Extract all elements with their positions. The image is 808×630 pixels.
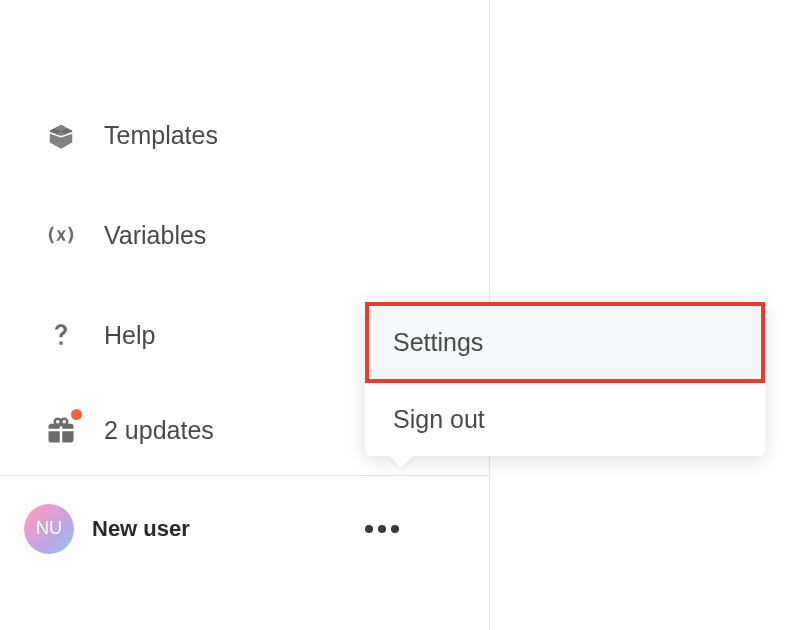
- popup-tail: [389, 456, 413, 468]
- menu-item-signout[interactable]: Sign out: [365, 383, 765, 456]
- notification-badge: [71, 409, 82, 420]
- gift-icon: [43, 412, 79, 448]
- variable-icon: [43, 217, 79, 253]
- sidebar-item-label: Templates: [104, 121, 218, 150]
- menu-item-settings[interactable]: Settings: [365, 302, 765, 383]
- sidebar-item-label: 2 updates: [104, 416, 214, 445]
- question-icon: [43, 317, 79, 353]
- more-button[interactable]: [365, 525, 399, 533]
- menu-item-label: Sign out: [393, 405, 485, 433]
- user-name: New user: [92, 516, 190, 542]
- box-open-icon: [43, 117, 79, 153]
- sidebar-item-label: Variables: [104, 221, 206, 250]
- user-row[interactable]: NU New user: [0, 476, 489, 581]
- sidebar-item-label: Help: [104, 321, 155, 350]
- menu-item-label: Settings: [393, 328, 483, 356]
- avatar-initials: NU: [36, 518, 62, 539]
- sidebar-item-variables[interactable]: Variables: [0, 185, 489, 285]
- avatar: NU: [24, 504, 74, 554]
- user-menu-popup: Settings Sign out: [365, 302, 765, 456]
- sidebar-item-templates[interactable]: Templates: [0, 85, 489, 185]
